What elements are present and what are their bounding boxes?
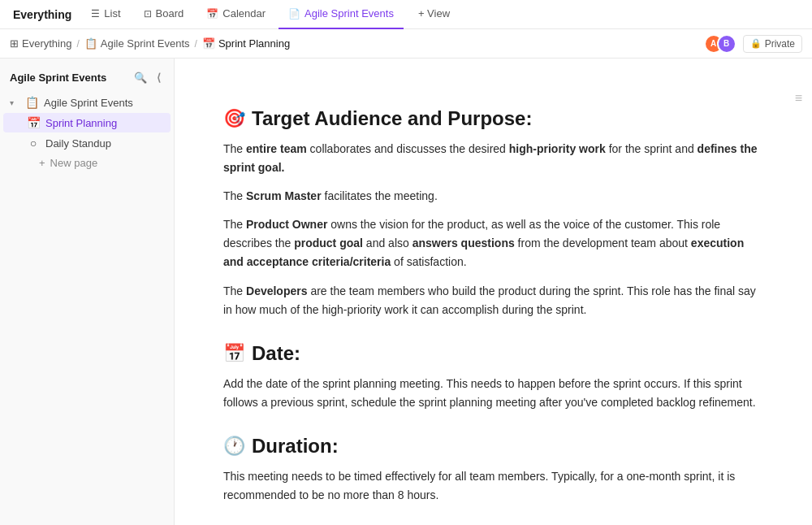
target-para-4: The Developers are the team members who … [223,282,763,319]
sidebar: Agile Sprint Events 🔍 ⟨ ▾ 📋 Agile Sprint… [0,59,175,525]
right-sidebar-toggle[interactable]: ≡ [795,91,802,106]
section-date: 📅 Date: [223,342,763,365]
target-para-3: The Product Owner owns the vision for th… [223,215,763,271]
tab-list[interactable]: ☰ List [81,0,130,29]
sidebar-item-agile-root[interactable]: ▾ 📋 Agile Sprint Events [3,93,171,112]
target-heading: Target Audience and Purpose: [252,107,532,130]
collapse-icon-btn[interactable]: ⟨ [153,70,164,85]
tab-calendar[interactable]: 📅 Calendar [197,0,275,29]
target-para-1: The entire team collaborates and discuss… [223,140,763,177]
main-layout: Agile Sprint Events 🔍 ⟨ ▾ 📋 Agile Sprint… [0,59,812,525]
breadcrumb-bar: ⊞ Everything / 📋 Agile Sprint Events / 📅… [0,29,812,59]
sidebar-item-sprint-planning[interactable]: 📅 Sprint Planning [3,113,171,132]
sidebar-item-daily-standup[interactable]: ○ Daily Standup [3,133,171,153]
breadcrumb-sprint[interactable]: 📅 Sprint Planning [202,37,290,50]
sprint-breadcrumb-icon: 📅 [202,37,215,50]
new-page-button[interactable]: + New page [3,154,171,172]
tab-add-view[interactable]: + View [408,0,460,29]
sprint-icon: 📅 [26,116,41,129]
avatar-2: B [717,34,736,54]
avatar-group: A B [704,34,736,54]
tab-agile[interactable]: 📄 Agile Sprint Events [279,0,404,29]
new-page-icon: + [39,157,45,169]
sidebar-header-icons: 🔍 ⟨ [131,70,164,85]
list-icon: ☰ [91,8,100,20]
content-area: 🎯 Target Audience and Purpose: The entir… [175,59,812,525]
section-target-audience: 🎯 Target Audience and Purpose: [223,107,763,130]
standup-icon: ○ [26,137,41,150]
target-emoji: 🎯 [223,108,245,129]
board-icon: ⊡ [144,8,152,20]
breadcrumb-everything[interactable]: ⊞ Everything [10,37,71,50]
date-heading: Date: [252,342,300,365]
tab-board[interactable]: ⊡ Board [134,0,194,29]
content-wrapper: 🎯 Target Audience and Purpose: The entir… [175,59,812,525]
breadcrumb-agile[interactable]: 📋 Agile Sprint Events [84,37,190,50]
calendar-icon: 📅 [206,8,218,20]
agile-root-icon: 📋 [24,96,39,109]
duration-emoji: 🕐 [223,436,245,457]
sidebar-header: Agile Sprint Events 🔍 ⟨ [0,65,174,90]
brand-logo[interactable]: Everything [6,8,78,21]
breadcrumb-sep-1: / [76,38,79,50]
date-emoji: 📅 [223,343,245,364]
section-duration: 🕐 Duration: [223,435,763,458]
date-para-1: Add the date of the sprint planning meet… [223,375,763,412]
agile-breadcrumb-icon: 📋 [84,37,97,50]
breadcrumb-sep-2: / [195,38,197,50]
lock-icon: 🔒 [750,38,762,49]
duration-heading: Duration: [252,435,339,458]
everything-icon: ⊞ [10,37,19,50]
search-icon-btn[interactable]: 🔍 [131,70,150,85]
target-para-2: The Scrum Master facilitates the meeting… [223,187,763,206]
agile-icon: 📄 [288,8,300,20]
toggle-icon: ▾ [10,98,19,107]
duration-para-1: This meeting needs to be timed effective… [223,467,763,505]
private-button[interactable]: 🔒 Private [743,35,802,53]
sidebar-nav: ▾ 📋 Agile Sprint Events 📅 Sprint Plannin… [0,90,174,175]
breadcrumb-right: A B 🔒 Private [704,34,802,54]
top-nav: Everything ☰ List ⊡ Board 📅 Calendar 📄 A… [0,0,812,29]
